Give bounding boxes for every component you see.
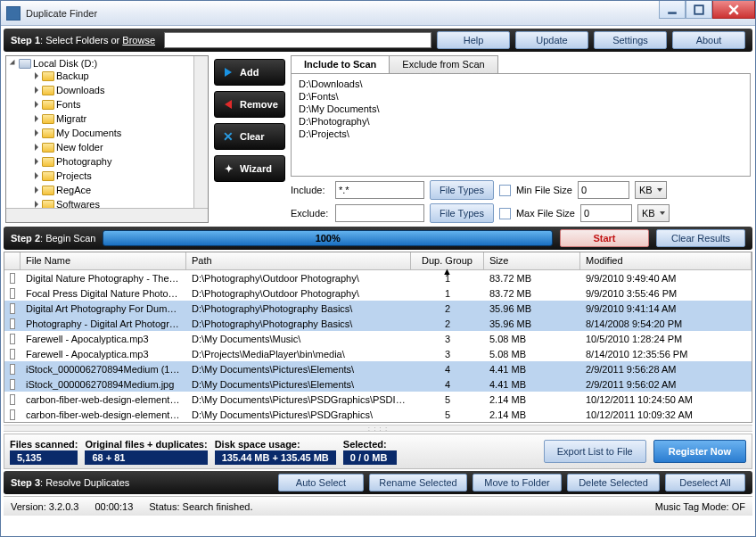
row-checkbox[interactable] xyxy=(4,349,21,359)
tree-root-label[interactable]: Local Disk (D:) xyxy=(33,58,97,69)
close-button[interactable] xyxy=(712,1,755,19)
clear-results-button[interactable]: Clear Results xyxy=(656,229,745,247)
max-filesize-input[interactable] xyxy=(580,204,632,222)
delete-selected-button[interactable]: Delete Selected xyxy=(567,474,660,492)
tab-exclude[interactable]: Exclude from Scan xyxy=(389,55,497,73)
expand-icon[interactable] xyxy=(35,129,38,136)
settings-button[interactable]: Settings xyxy=(594,31,667,49)
tree-item[interactable]: RegAce xyxy=(35,183,192,197)
table-row[interactable]: carbon-fiber-web-design-elements (1)D:\M… xyxy=(4,392,752,407)
row-checkbox[interactable] xyxy=(4,364,21,375)
table-row[interactable]: iStock_000006270894Medium (1).jpgD:\My D… xyxy=(4,361,752,376)
expand-icon[interactable] xyxy=(35,201,38,208)
table-row[interactable]: iStock_000006270894Medium.jpgD:\My Docum… xyxy=(4,376,752,392)
tree-item[interactable]: Projects xyxy=(35,169,192,183)
move-to-folder-button[interactable]: Move to Folder xyxy=(472,474,562,492)
table-row[interactable]: Digital Nature Photography - The ArtD:\P… xyxy=(4,270,752,285)
path-input[interactable] xyxy=(164,32,431,48)
row-checkbox[interactable] xyxy=(4,273,21,284)
expand-icon[interactable] xyxy=(35,87,38,94)
expand-icon[interactable] xyxy=(35,158,38,165)
update-button[interactable]: Update xyxy=(515,31,588,49)
table-row[interactable]: Digital Art Photography For Dummies.D:\P… xyxy=(4,301,752,316)
table-row[interactable]: Farewell - Apocalyptica.mp3D:\My Documen… xyxy=(4,331,752,346)
browse-link[interactable]: Browse xyxy=(122,35,155,45)
col-size[interactable]: Size xyxy=(484,252,580,269)
tree-item[interactable]: My Documents xyxy=(35,126,192,140)
expand-icon[interactable] xyxy=(35,72,38,79)
tab-include[interactable]: Include to Scan xyxy=(291,55,390,73)
expand-icon[interactable] xyxy=(35,115,38,122)
include-path[interactable]: D:\Fonts\ xyxy=(299,90,743,103)
col-group[interactable]: Dup. Group ▲ xyxy=(411,252,484,269)
tree-vscrollbar[interactable] xyxy=(193,56,208,208)
row-checkbox[interactable] xyxy=(4,334,21,344)
include-filetypes-button[interactable]: File Types xyxy=(430,180,494,200)
expand-icon[interactable] xyxy=(35,172,38,179)
row-checkbox[interactable] xyxy=(4,409,21,420)
about-button[interactable]: About xyxy=(672,31,745,49)
rename-selected-button[interactable]: Rename Selected xyxy=(369,474,467,492)
table-row[interactable]: Farewell - Apocalyptica.mp3D:\Projects\M… xyxy=(4,346,752,361)
tree-item[interactable]: Migratr xyxy=(35,112,192,126)
cell-modified: 9/9/2010 3:55:46 PM xyxy=(580,288,752,299)
min-filesize-unit[interactable]: KB xyxy=(635,181,667,199)
music-tag-mode: Music Tag Mode: OF xyxy=(655,501,745,512)
tree-item[interactable]: Fonts xyxy=(35,97,192,112)
folder-tree[interactable]: Local Disk (D:) BackupDownloadsFontsMigr… xyxy=(5,55,209,223)
tree-hscrollbar[interactable] xyxy=(6,208,208,222)
deselect-all-button[interactable]: Deselect All xyxy=(665,474,745,492)
col-modified[interactable]: Modified xyxy=(580,252,752,269)
max-filesize-unit[interactable]: KB xyxy=(637,204,670,222)
include-path[interactable]: D:\Projects\ xyxy=(299,128,743,140)
include-pattern-input[interactable] xyxy=(335,181,424,199)
remove-button[interactable]: Remove xyxy=(214,91,285,118)
max-filesize-checkbox[interactable] xyxy=(499,208,511,219)
expand-icon[interactable] xyxy=(35,144,38,151)
clear-button[interactable]: ✕Clear xyxy=(214,123,285,150)
tree-item[interactable]: Photography xyxy=(35,154,192,169)
col-path[interactable]: Path xyxy=(186,252,411,269)
tree-item[interactable]: Backup xyxy=(35,69,192,83)
disk-usage-label: Disk space usage: xyxy=(215,439,336,450)
col-filename[interactable]: File Name xyxy=(21,252,186,269)
cell-modified: 2/9/2011 9:56:28 AM xyxy=(580,364,752,375)
results-header[interactable]: File Name Path Dup. Group ▲ Size Modifie… xyxy=(4,252,752,270)
expand-icon[interactable] xyxy=(10,60,17,67)
row-checkbox[interactable] xyxy=(4,379,21,390)
row-checkbox[interactable] xyxy=(4,288,21,299)
min-filesize-checkbox[interactable] xyxy=(499,185,511,196)
include-path[interactable]: D:\Downloads\ xyxy=(299,78,743,90)
row-checkbox[interactable] xyxy=(4,318,21,329)
export-button[interactable]: Export List to File xyxy=(544,440,646,463)
titlebar[interactable]: Duplicate Finder xyxy=(1,1,755,26)
tree-item[interactable]: Downloads xyxy=(35,83,192,97)
row-checkbox[interactable] xyxy=(4,303,21,314)
maximize-button[interactable] xyxy=(686,1,712,19)
cell-modified: 2/9/2011 9:56:02 AM xyxy=(580,379,752,390)
help-button[interactable]: Help xyxy=(437,31,510,49)
expand-icon[interactable] xyxy=(35,101,38,108)
table-row[interactable]: Photography - Digital Art PhotographD:\P… xyxy=(4,316,752,331)
include-list[interactable]: D:\Downloads\D:\Fonts\D:\My Documents\D:… xyxy=(291,73,751,177)
splitter-grip[interactable]: : : : : xyxy=(4,425,752,432)
add-button[interactable]: Add xyxy=(214,59,285,86)
tree-item[interactable]: Softwares xyxy=(35,197,192,208)
exclude-pattern-input[interactable] xyxy=(335,204,424,222)
min-filesize-input[interactable] xyxy=(578,181,629,199)
minimize-button[interactable] xyxy=(659,1,686,19)
exclude-filetypes-button[interactable]: File Types xyxy=(430,203,494,223)
register-button[interactable]: Register Now xyxy=(653,440,746,463)
row-checkbox[interactable] xyxy=(4,394,21,405)
start-button[interactable]: Start xyxy=(560,229,649,247)
tree-item[interactable]: New folder xyxy=(35,140,192,154)
table-row[interactable]: carbon-fiber-web-design-elements.psD:\My… xyxy=(4,407,752,422)
table-row[interactable]: Focal Press Digital Nature PhotograpD:\P… xyxy=(4,285,752,301)
expand-icon[interactable] xyxy=(35,186,38,194)
include-path[interactable]: D:\Photography\ xyxy=(299,115,743,128)
auto-select-button[interactable]: Auto Select xyxy=(278,474,364,492)
results-table[interactable]: File Name Path Dup. Group ▲ Size Modifie… xyxy=(4,252,752,423)
wizard-button[interactable]: ✦Wizard xyxy=(214,155,285,182)
include-path[interactable]: D:\My Documents\ xyxy=(299,103,743,115)
tree-item-label: Downloads xyxy=(56,85,104,95)
